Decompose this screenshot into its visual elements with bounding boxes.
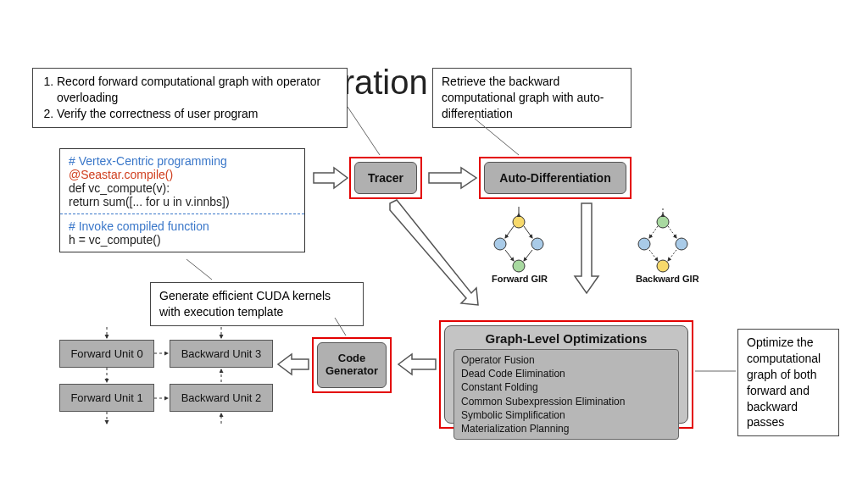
svg-line-27 <box>348 107 380 155</box>
diagram-overlay-top <box>0 0 868 488</box>
svg-line-30 <box>335 318 346 336</box>
svg-line-29 <box>186 259 212 280</box>
svg-line-28 <box>475 119 519 155</box>
